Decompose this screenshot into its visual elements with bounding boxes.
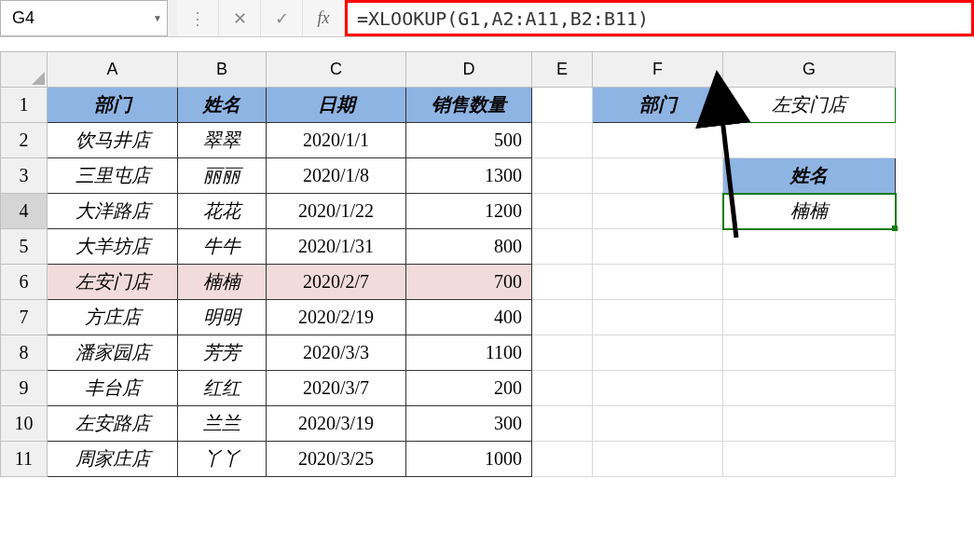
cell-B6[interactable]: 楠楠 — [178, 265, 267, 300]
cell-G6[interactable] — [723, 265, 896, 300]
cell-E7[interactable] — [532, 300, 593, 335]
cell-A8[interactable]: 潘家园店 — [48, 335, 178, 371]
row-header-7[interactable]: 7 — [1, 300, 48, 335]
confirm-formula-icon[interactable]: ✓ — [261, 0, 303, 36]
col-header-C[interactable]: C — [267, 52, 406, 88]
spreadsheet-grid[interactable]: A B C D E F G 1 部门 姓名 日期 销售数量 部门 左安门店 2 … — [0, 51, 897, 477]
col-header-E[interactable]: E — [532, 52, 593, 88]
insert-function-icon[interactable]: fx — [303, 0, 345, 36]
cell-E10[interactable] — [532, 406, 593, 442]
cell-D5[interactable]: 800 — [406, 229, 532, 265]
row-header-8[interactable]: 8 — [1, 335, 48, 371]
cell-E3[interactable] — [532, 158, 593, 194]
cell-D1[interactable]: 销售数量 — [406, 88, 532, 123]
cell-A9[interactable]: 丰台店 — [48, 371, 178, 406]
cell-E4[interactable] — [532, 194, 593, 229]
name-box-dropdown-icon[interactable]: ▼ — [153, 13, 162, 23]
cell-F11[interactable] — [593, 442, 723, 477]
cell-F2[interactable] — [593, 123, 723, 158]
row-header-4[interactable]: 4 — [1, 194, 48, 229]
row-header-3[interactable]: 3 — [1, 158, 48, 194]
cell-A6[interactable]: 左安门店 — [48, 265, 178, 300]
cell-D10[interactable]: 300 — [406, 406, 532, 442]
cell-C7[interactable]: 2020/2/19 — [267, 300, 406, 335]
cell-B8[interactable]: 芳芳 — [178, 335, 267, 371]
cell-G3[interactable]: 姓名 — [723, 158, 896, 194]
cell-F10[interactable] — [593, 406, 723, 442]
name-box[interactable]: G4 ▼ — [0, 0, 168, 36]
col-header-G[interactable]: G — [723, 52, 896, 88]
cell-G1[interactable]: 左安门店 — [723, 88, 896, 123]
cell-C10[interactable]: 2020/3/19 — [267, 406, 406, 442]
cell-D6[interactable]: 700 — [406, 265, 532, 300]
cell-A7[interactable]: 方庄店 — [48, 300, 178, 335]
col-header-B[interactable]: B — [178, 52, 267, 88]
row-header-2[interactable]: 2 — [1, 123, 48, 158]
cell-G11[interactable] — [723, 442, 896, 477]
cell-B3[interactable]: 丽丽 — [178, 158, 267, 194]
cell-C1[interactable]: 日期 — [267, 88, 406, 123]
cell-E11[interactable] — [532, 442, 593, 477]
cell-B10[interactable]: 兰兰 — [178, 406, 267, 442]
cell-G10[interactable] — [723, 406, 896, 442]
cell-E5[interactable] — [532, 229, 593, 265]
cell-C4[interactable]: 2020/1/22 — [267, 194, 406, 229]
cancel-formula-icon[interactable]: ✕ — [219, 0, 261, 36]
cell-A10[interactable]: 左安路店 — [48, 406, 178, 442]
row-header-6[interactable]: 6 — [1, 265, 48, 300]
row-header-10[interactable]: 10 — [1, 406, 48, 442]
cell-A2[interactable]: 饮马井店 — [48, 123, 178, 158]
cell-D4[interactable]: 1200 — [406, 194, 532, 229]
row-header-9[interactable]: 9 — [1, 371, 48, 406]
cell-G2[interactable] — [723, 123, 896, 158]
cell-D7[interactable]: 400 — [406, 300, 532, 335]
cell-B11[interactable]: 丫丫 — [178, 442, 267, 477]
col-header-F[interactable]: F — [593, 52, 723, 88]
cell-A1[interactable]: 部门 — [48, 88, 178, 123]
cell-G4[interactable]: 楠楠 — [723, 194, 896, 229]
cell-D8[interactable]: 1100 — [406, 335, 532, 371]
formula-bar-expand-icon[interactable]: ⋮ — [177, 0, 219, 36]
cell-F5[interactable] — [593, 229, 723, 265]
row-header-5[interactable]: 5 — [1, 229, 48, 265]
row-header-1[interactable]: 1 — [1, 88, 48, 123]
cell-D2[interactable]: 500 — [406, 123, 532, 158]
cell-D9[interactable]: 200 — [406, 371, 532, 406]
cell-A5[interactable]: 大羊坊店 — [48, 229, 178, 265]
cell-B1[interactable]: 姓名 — [178, 88, 267, 123]
cell-C11[interactable]: 2020/3/25 — [267, 442, 406, 477]
cell-A4[interactable]: 大洋路店 — [48, 194, 178, 229]
cell-F4[interactable] — [593, 194, 723, 229]
cell-A3[interactable]: 三里屯店 — [48, 158, 178, 194]
cell-E2[interactable] — [532, 123, 593, 158]
cell-B2[interactable]: 翠翠 — [178, 123, 267, 158]
cell-G7[interactable] — [723, 300, 896, 335]
cell-A11[interactable]: 周家庄店 — [48, 442, 178, 477]
cell-F7[interactable] — [593, 300, 723, 335]
cell-G5[interactable] — [723, 229, 896, 265]
cell-E9[interactable] — [532, 371, 593, 406]
cell-C9[interactable]: 2020/3/7 — [267, 371, 406, 406]
cell-F6[interactable] — [593, 265, 723, 300]
cell-C3[interactable]: 2020/1/8 — [267, 158, 406, 194]
cell-B5[interactable]: 牛牛 — [178, 229, 267, 265]
cell-F1[interactable]: 部门 — [593, 88, 723, 123]
cell-D3[interactable]: 1300 — [406, 158, 532, 194]
cell-F8[interactable] — [593, 335, 723, 371]
cell-D11[interactable]: 1000 — [406, 442, 532, 477]
row-header-11[interactable]: 11 — [1, 442, 48, 477]
cell-E1[interactable] — [532, 88, 593, 123]
cell-C2[interactable]: 2020/1/1 — [267, 123, 406, 158]
cell-C6[interactable]: 2020/2/7 — [267, 265, 406, 300]
cell-B9[interactable]: 红红 — [178, 371, 267, 406]
cell-F3[interactable] — [593, 158, 723, 194]
formula-input[interactable]: =XLOOKUP(G1,A2:A11,B2:B11) — [357, 7, 962, 30]
select-all-corner[interactable] — [1, 52, 48, 88]
cell-C5[interactable]: 2020/1/31 — [267, 229, 406, 265]
cell-B7[interactable]: 明明 — [178, 300, 267, 335]
col-header-D[interactable]: D — [406, 52, 532, 88]
cell-E6[interactable] — [532, 265, 593, 300]
cell-E8[interactable] — [532, 335, 593, 371]
cell-G8[interactable] — [723, 335, 896, 371]
cell-G9[interactable] — [723, 371, 896, 406]
